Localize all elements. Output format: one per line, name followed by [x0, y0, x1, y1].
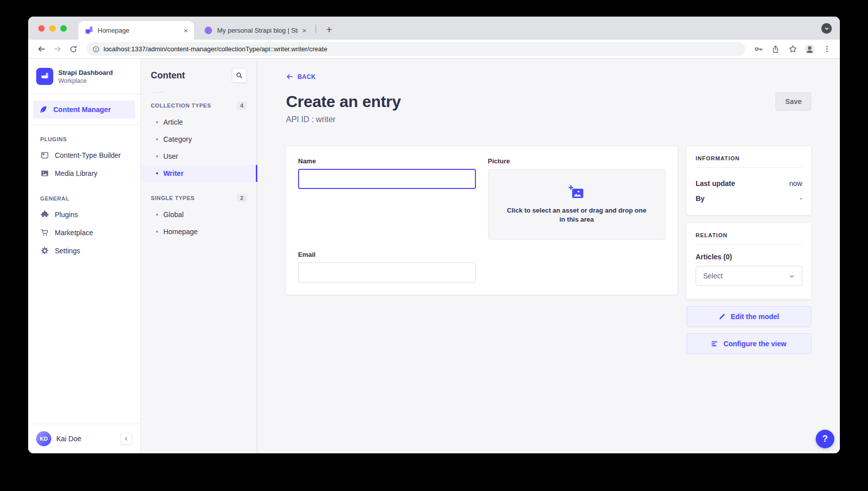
- nav-main: Content Manager: [28, 94, 140, 125]
- close-window-button[interactable]: [38, 25, 45, 32]
- strapi-logo-icon: [36, 68, 53, 85]
- url-text: localhost:1337/admin/content-manager/col…: [104, 45, 327, 53]
- page-info-icon[interactable]: [92, 46, 100, 53]
- edit-model-button[interactable]: Edit the model: [687, 306, 811, 327]
- user-name: Kai Doe: [56, 435, 115, 443]
- collection-types-header: COLLECTION TYPES 4: [141, 97, 257, 114]
- tab-strapi-blog[interactable]: My personal Strapi blog | Strap ×: [198, 21, 313, 40]
- single-type-global[interactable]: Global: [141, 206, 257, 223]
- collection-type-category[interactable]: Category: [141, 131, 257, 148]
- collection-type-writer[interactable]: Writer: [141, 165, 257, 182]
- password-key-icon[interactable]: [751, 42, 765, 56]
- browser-window: Homepage × My personal Strapi blog | Str…: [28, 17, 840, 453]
- sidebar-item-label: Content Manager: [53, 106, 111, 114]
- tab-title: Homepage: [98, 27, 179, 34]
- profile-avatar-icon[interactable]: [803, 42, 817, 56]
- single-type-homepage[interactable]: Homepage: [141, 223, 257, 240]
- sidebar-item-label: Marketplace: [55, 229, 93, 237]
- tab-search-chevron-button[interactable]: [821, 23, 832, 34]
- reload-button[interactable]: [66, 42, 80, 56]
- sidebar-item-content-manager[interactable]: Content Manager: [33, 101, 135, 119]
- picture-dropzone[interactable]: Click to select an asset or drag and dro…: [488, 169, 666, 240]
- save-button[interactable]: Save: [776, 92, 811, 111]
- tab-close-icon[interactable]: ×: [302, 27, 307, 34]
- tab-title: My personal Strapi blog | Strap: [217, 27, 298, 34]
- gear-icon: [40, 247, 49, 255]
- bullet-icon: [156, 118, 158, 126]
- information-title: INFORMATION: [696, 155, 802, 161]
- sidebar-item-marketplace[interactable]: Marketplace: [28, 224, 140, 242]
- info-value: -: [800, 194, 802, 203]
- workspace-brand[interactable]: Strapi Dashboard Workplace: [28, 59, 140, 94]
- sidebar-item-content-type-builder[interactable]: Content-Type Builder: [28, 146, 140, 164]
- group-label: SINGLE TYPES: [151, 195, 195, 201]
- tab-strip: Homepage × My personal Strapi blog | Str…: [28, 17, 840, 40]
- sidebar-section-plugins: PLUGINS Content-Type Builder Media Libra…: [28, 125, 140, 184]
- share-icon[interactable]: [768, 42, 783, 56]
- bullet-icon: [156, 152, 158, 160]
- by-row: By -: [696, 191, 802, 206]
- configure-lines-icon: [711, 340, 718, 347]
- configure-view-button[interactable]: Configure the view: [687, 333, 811, 354]
- sidebar: Strapi Dashboard Workplace Content Manag…: [28, 59, 141, 453]
- collection-type-user[interactable]: User: [141, 148, 257, 165]
- tab-homepage[interactable]: Homepage ×: [78, 21, 194, 40]
- info-label: By: [696, 194, 705, 203]
- collapse-sidebar-button[interactable]: [120, 433, 132, 445]
- list-item-label: Category: [163, 135, 192, 143]
- media-image-icon: [40, 169, 49, 177]
- sidebar-item-label: Content-Type Builder: [55, 151, 121, 159]
- picture-field-label: Picture: [488, 157, 666, 165]
- tab-close-icon[interactable]: ×: [183, 27, 188, 34]
- arrow-left-icon: [286, 73, 294, 80]
- select-value: Select: [703, 272, 723, 280]
- back-link[interactable]: BACK: [286, 73, 316, 80]
- name-input[interactable]: [298, 169, 476, 189]
- group-label: COLLECTION TYPES: [151, 103, 211, 109]
- add-image-icon: [568, 185, 585, 200]
- entry-form-card: Name Picture Click to selec: [286, 146, 678, 294]
- url-bar[interactable]: localhost:1337/admin/content-manager/col…: [86, 42, 745, 56]
- collection-type-article[interactable]: Article: [141, 114, 257, 131]
- zoom-window-button[interactable]: [60, 25, 67, 32]
- page-title: Create an entry: [286, 92, 401, 111]
- list-item-label: Homepage: [163, 228, 198, 236]
- minimize-window-button[interactable]: [49, 25, 56, 32]
- articles-select[interactable]: Select: [696, 266, 802, 286]
- sidebar-item-label: Settings: [55, 247, 80, 255]
- list-item-label: User: [163, 152, 178, 160]
- right-panel: INFORMATION Last update now By - RELATIO…: [687, 146, 811, 354]
- browser-menu-icon[interactable]: [820, 42, 834, 56]
- caret-down-icon: [789, 273, 795, 279]
- relation-card: RELATION Articles (0) Select: [687, 223, 811, 299]
- picture-field-group: Picture Click to select an asset or drag…: [488, 157, 666, 240]
- api-id-subtitle: API ID : writer: [286, 115, 401, 124]
- bullet-icon: [156, 135, 158, 143]
- sidebar-item-settings[interactable]: Settings: [28, 242, 140, 260]
- back-nav-button[interactable]: [34, 42, 48, 56]
- bookmark-star-icon[interactable]: [786, 42, 800, 56]
- sidebar-item-plugins[interactable]: Plugins: [28, 206, 140, 224]
- email-field-group: Email: [298, 251, 476, 282]
- back-label: BACK: [298, 73, 316, 80]
- new-tab-button[interactable]: +: [322, 22, 337, 37]
- email-input[interactable]: [298, 262, 476, 282]
- relation-title: RELATION: [696, 232, 802, 238]
- content-panel: Content COLLECTION TYPES 4 Article Categ…: [141, 59, 257, 453]
- bullet-icon: [156, 228, 158, 236]
- chevron-left-icon: [124, 436, 129, 441]
- search-icon: [236, 72, 243, 79]
- sidebar-item-media-library[interactable]: Media Library: [28, 164, 140, 182]
- name-field-label: Name: [298, 157, 476, 165]
- strapi-admin-app: Strapi Dashboard Workplace Content Manag…: [28, 59, 840, 453]
- search-button[interactable]: [232, 68, 247, 83]
- divider: [696, 167, 802, 168]
- section-label: GENERAL: [28, 192, 140, 206]
- configure-view-label: Configure the view: [723, 340, 786, 348]
- last-update-row: Last update now: [696, 176, 802, 191]
- user-avatar[interactable]: KD: [36, 431, 51, 446]
- forward-nav-button[interactable]: [50, 42, 64, 56]
- main-content: BACK Create an entry API ID : writer Sav…: [257, 59, 840, 453]
- help-button[interactable]: ?: [816, 430, 834, 448]
- chevron-down-icon: [824, 26, 830, 32]
